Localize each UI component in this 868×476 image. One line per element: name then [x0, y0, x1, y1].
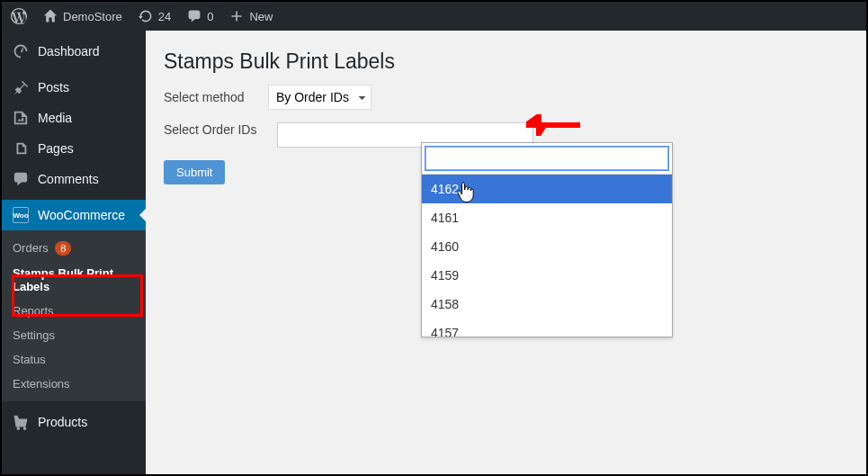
page-title: Stamps Bulk Print Labels: [164, 41, 848, 85]
woocommerce-icon: Woo: [13, 207, 29, 223]
select-order-ids-label: Select Order IDs: [164, 122, 263, 137]
site-name-link[interactable]: DemoStore: [43, 9, 122, 23]
sidebar-item-comments[interactable]: Comments: [2, 164, 146, 194]
sidebar-item-stamps-bulk[interactable]: Stamps Bulk Print Labels: [2, 261, 146, 299]
updates-link[interactable]: 24: [139, 9, 171, 23]
comments-count: 0: [207, 10, 213, 23]
sidebar-item-status[interactable]: Status: [2, 347, 146, 372]
home-icon: [43, 9, 58, 23]
updates-count: 24: [158, 10, 171, 23]
site-name-text: DemoStore: [63, 10, 122, 23]
stamps-bulk-label: Stamps Bulk Print Labels: [13, 266, 113, 293]
settings-label: Settings: [13, 328, 55, 342]
status-label: Status: [13, 353, 46, 366]
main-content: Stamps Bulk Print Labels Select method B…: [146, 31, 866, 474]
wordpress-icon: [11, 8, 27, 24]
dropdown-search-wrap: [422, 143, 672, 175]
sidebar-item-posts[interactable]: Posts: [2, 72, 146, 103]
woocommerce-label: WooCommerce: [38, 208, 125, 222]
orders-badge: 8: [55, 241, 71, 256]
dropdown-option[interactable]: 4158: [422, 290, 672, 319]
dropdown-option[interactable]: 4157: [422, 319, 672, 337]
comments-label: Comments: [38, 172, 99, 186]
new-label: New: [249, 10, 273, 23]
sidebar-item-settings[interactable]: Settings: [2, 323, 146, 347]
extensions-label: Extensions: [13, 377, 70, 391]
pages-label: Pages: [38, 141, 74, 156]
dropdown-option[interactable]: 4162: [422, 175, 672, 203]
refresh-icon: [139, 9, 153, 23]
sidebar-item-woocommerce[interactable]: Woo WooCommerce: [2, 200, 146, 230]
admin-sidebar: Dashboard Posts Media Pages Comments Woo…: [2, 31, 146, 474]
comments-link[interactable]: 0: [187, 9, 213, 23]
sidebar-item-orders[interactable]: Orders 8: [2, 236, 146, 261]
sidebar-submenu-woocommerce: Orders 8 Stamps Bulk Print Labels Report…: [2, 230, 146, 401]
submit-button[interactable]: Submit: [164, 160, 225, 184]
wordpress-logo[interactable]: [11, 8, 27, 24]
sidebar-item-dashboard[interactable]: Dashboard: [2, 36, 146, 67]
select-method-label: Select method: [164, 90, 254, 104]
sidebar-item-extensions[interactable]: Extensions: [2, 372, 146, 396]
plus-icon: [229, 9, 244, 23]
comments-icon: [13, 171, 29, 187]
orders-label: Orders: [13, 241, 49, 255]
products-icon: [13, 414, 29, 430]
reports-label: Reports: [13, 304, 54, 318]
dropdown-search-input[interactable]: [425, 147, 668, 170]
posts-label: Posts: [38, 80, 69, 94]
comment-icon: [187, 9, 201, 23]
dashboard-label: Dashboard: [38, 44, 100, 58]
order-ids-dropdown-panel: 4162 4161 4160 4159 4158 4157: [421, 142, 673, 337]
dropdown-options-list[interactable]: 4162 4161 4160 4159 4158 4157: [422, 175, 672, 337]
dashboard-icon: [13, 43, 29, 59]
pages-icon: [13, 140, 29, 157]
dropdown-option[interactable]: 4160: [422, 232, 672, 261]
sidebar-item-products[interactable]: Products: [2, 407, 146, 437]
dropdown-option[interactable]: 4159: [422, 261, 672, 290]
pin-icon: [13, 79, 29, 95]
dropdown-option[interactable]: 4161: [422, 203, 672, 232]
sidebar-item-pages[interactable]: Pages: [2, 133, 146, 164]
select-method-dropdown[interactable]: By Order IDs: [268, 85, 371, 110]
admin-toolbar: DemoStore 24 0 New: [2, 2, 866, 31]
media-label: Media: [38, 111, 72, 125]
sidebar-item-reports[interactable]: Reports: [2, 299, 146, 323]
products-label: Products: [38, 415, 87, 429]
sidebar-item-media[interactable]: Media: [2, 103, 146, 133]
media-icon: [13, 110, 29, 126]
new-content-link[interactable]: New: [229, 9, 273, 23]
